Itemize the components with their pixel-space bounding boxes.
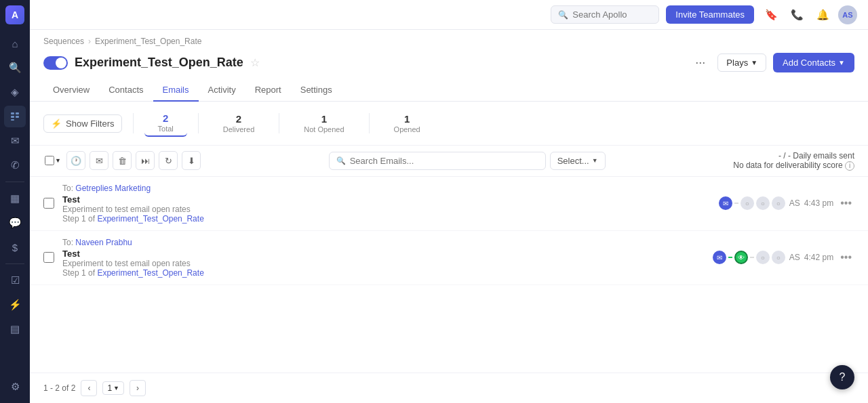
status-connector-2b — [750, 257, 754, 258]
row-more-button-2[interactable]: ••• — [837, 250, 854, 265]
tab-overview[interactable]: Overview — [43, 79, 99, 102]
row-user-2: AS — [789, 253, 800, 262]
select-placeholder: Select... — [557, 156, 589, 166]
pagination-page-select[interactable]: 1 ▼ — [102, 381, 124, 395]
schedule-button[interactable]: 🕐 — [66, 151, 85, 170]
stat-not-opened[interactable]: 1 Not Opened — [290, 110, 357, 136]
deliverability-info: - / - Daily emails sent No data for deli… — [733, 151, 854, 171]
pagination-next-button[interactable]: › — [130, 380, 146, 396]
daily-emails-label: - / - Daily emails sent — [733, 151, 854, 161]
sidebar-item-database[interactable]: ▤ — [4, 318, 26, 340]
sidebar-item-phone[interactable]: ✆ — [4, 154, 26, 176]
pagination-page-chevron: ▼ — [113, 385, 119, 391]
sidebar-bottom: ⚙ — [4, 376, 26, 398]
stat-not-opened-label: Not Opened — [304, 125, 344, 133]
pagination-page-number: 1 — [107, 383, 112, 393]
sidebar-item-zap[interactable]: ⚡ — [4, 294, 26, 316]
refresh-button[interactable]: ↻ — [159, 151, 178, 170]
svg-rect-2 — [11, 116, 14, 118]
row-user-1: AS — [789, 198, 800, 208]
sidebar-item-home[interactable]: ⌂ — [4, 33, 26, 54]
help-button[interactable]: ? — [830, 365, 854, 389]
email-button[interactable]: ✉ — [90, 151, 108, 170]
stat-delivered[interactable]: 2 Delivered — [210, 110, 268, 136]
tab-report[interactable]: Report — [245, 79, 291, 102]
sidebar-item-sequences[interactable] — [4, 106, 26, 127]
email-row[interactable]: To: Getreplies Marketing Test Experiment… — [30, 177, 868, 231]
select-all-checkbox[interactable]: ▼ — [43, 151, 62, 170]
status-gray-1b: ○ — [756, 196, 770, 210]
row-sequence-link-2[interactable]: Experiment_Test_Open_Rate — [97, 268, 203, 278]
row-sequence-link-1[interactable]: Experiment_Test_Open_Rate — [97, 214, 203, 224]
svg-rect-4 — [11, 119, 14, 121]
bookmark-icon[interactable]: 🔖 — [761, 5, 781, 25]
show-filters-button[interactable]: ⚡ Show Filters — [43, 114, 122, 133]
stat-divider-2 — [279, 113, 279, 133]
pagination-prev-button[interactable]: ‹ — [81, 380, 97, 396]
page: Sequences › Experiment_Test_Open_Rate Ex… — [30, 30, 868, 403]
search-emails-icon: 🔍 — [336, 156, 346, 165]
tab-emails[interactable]: Emails — [153, 79, 199, 102]
tab-settings[interactable]: Settings — [291, 79, 342, 102]
stat-not-opened-count: 1 — [321, 113, 327, 125]
sidebar-item-search[interactable]: 🔍 — [4, 57, 26, 79]
email-row-2[interactable]: To: Naveen Prabhu Test Experiment to tes… — [30, 231, 868, 285]
sidebar-item-tag[interactable]: ◈ — [4, 81, 26, 103]
tab-contacts[interactable]: Contacts — [99, 79, 153, 102]
add-contacts-label: Add Contacts — [783, 58, 835, 68]
status-gray-1c: ○ — [772, 196, 785, 210]
sidebar-item-calendar[interactable]: ▦ — [4, 188, 26, 209]
plays-button[interactable]: Plays ▼ — [717, 54, 766, 72]
delete-button[interactable]: 🗑 — [113, 151, 132, 170]
avatar[interactable]: AS — [838, 5, 857, 24]
search-input[interactable] — [572, 9, 652, 20]
skip-button[interactable]: ⏭ — [136, 151, 155, 170]
row-more-button-1[interactable]: ••• — [837, 196, 854, 211]
star-icon[interactable]: ☆ — [250, 56, 260, 69]
sidebar-item-dollar[interactable]: $ — [4, 236, 26, 258]
header-actions: ··· Plays ▼ Add Contacts ▼ — [690, 53, 854, 72]
tab-activity[interactable]: Activity — [199, 79, 245, 102]
status-sent-2: ✉ — [713, 251, 726, 264]
select-all-input[interactable] — [45, 156, 54, 165]
sidebar: A ⌂ 🔍 ◈ ✉ ✆ ▦ 💬 $ ☑ ⚡ ▤ ⚙ — [0, 0, 30, 403]
search-box[interactable]: 🔍 — [551, 5, 659, 24]
row-to-link-1[interactable]: Getreplies Marketing — [75, 184, 151, 193]
stat-delivered-label: Delivered — [223, 125, 254, 133]
show-filters-label: Show Filters — [66, 119, 115, 129]
more-options-button[interactable]: ··· — [690, 53, 711, 72]
stat-delivered-count: 2 — [236, 113, 241, 125]
sidebar-item-tasks[interactable]: ☑ — [4, 270, 26, 291]
sidebar-item-settings[interactable]: ⚙ — [4, 376, 26, 398]
deliverability-info-icon[interactable]: i — [845, 161, 854, 171]
row-checkbox-1[interactable] — [43, 198, 54, 209]
filter-icon: ⚡ — [51, 119, 62, 129]
svg-rect-0 — [11, 112, 14, 114]
table-area: ⚡ Show Filters 2 Total 2 Delivered 1 Not… — [30, 102, 868, 373]
sidebar-divider-1 — [5, 182, 24, 182]
search-emails-input[interactable] — [350, 156, 538, 166]
status-sent-1: ✉ — [719, 196, 732, 210]
row-step-2: Step 1 of Experiment_Test_Open_Rate — [62, 268, 705, 278]
notification-icon[interactable]: 🔔 — [812, 5, 833, 25]
phone-icon[interactable]: 📞 — [787, 5, 807, 25]
sidebar-item-chat[interactable]: 💬 — [4, 212, 26, 234]
row-checkbox-2[interactable] — [43, 252, 54, 263]
main-content: 🔍 Invite Teammates 🔖 📞 🔔 AS Sequences › … — [30, 0, 868, 403]
stat-opened-label: Opened — [394, 125, 420, 133]
checkbox-dropdown-icon[interactable]: ▼ — [55, 157, 61, 164]
row-to-link-2[interactable]: Naveen Prabhu — [75, 238, 132, 247]
add-contacts-button[interactable]: Add Contacts ▼ — [773, 53, 854, 72]
stat-total[interactable]: 2 Total — [144, 110, 187, 137]
search-emails-box[interactable]: 🔍 — [329, 152, 546, 170]
stat-opened[interactable]: 1 Opened — [380, 110, 434, 136]
row-actions-2: ✉ 👁 ○ ○ AS 4:42 pm ••• — [713, 250, 854, 265]
sidebar-logo[interactable]: A — [5, 5, 24, 24]
status-gray-1a: ○ — [741, 196, 754, 210]
select-dropdown[interactable]: Select... ▼ — [550, 152, 606, 170]
active-toggle[interactable] — [43, 56, 68, 70]
sidebar-item-inbox[interactable]: ✉ — [4, 130, 26, 152]
invite-teammates-button[interactable]: Invite Teammates — [666, 5, 754, 24]
breadcrumb-parent[interactable]: Sequences — [43, 37, 84, 46]
download-button[interactable]: ⬇ — [182, 151, 201, 170]
